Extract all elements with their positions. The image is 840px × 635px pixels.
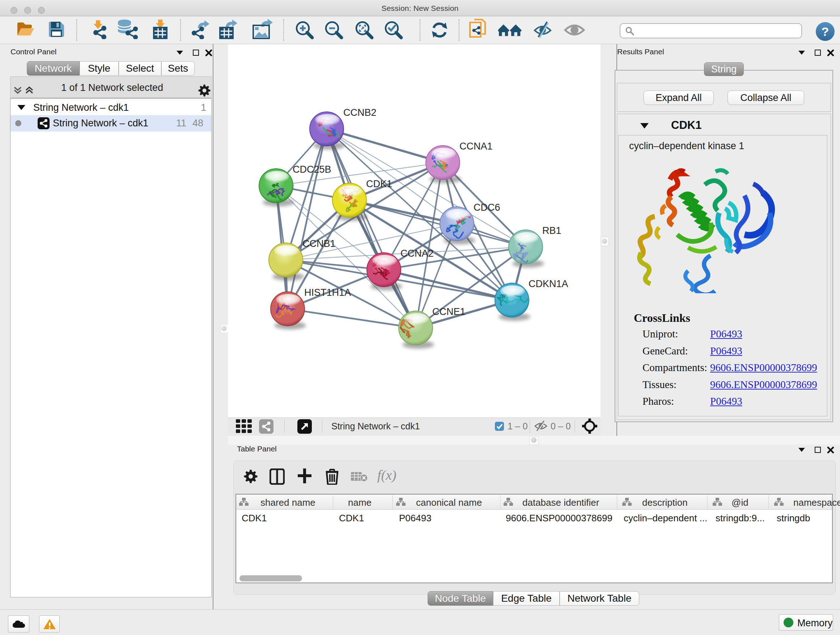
svg-text:HIST1H1A: HIST1H1A — [304, 287, 351, 298]
svg-text:CDC25B: CDC25B — [293, 164, 332, 175]
svg-text:CCNE1: CCNE1 — [432, 306, 466, 317]
svg-text:CCNA2: CCNA2 — [401, 248, 434, 259]
svg-text:CCNA1: CCNA1 — [459, 141, 493, 152]
svg-text:CDK1: CDK1 — [366, 179, 392, 189]
svg-text:CCNB2: CCNB2 — [343, 107, 377, 118]
svg-text:CDC6: CDC6 — [474, 202, 500, 213]
svg-text:RB1: RB1 — [542, 225, 561, 236]
svg-text:CDKN1A: CDKN1A — [529, 279, 568, 289]
svg-text:CCNB1: CCNB1 — [302, 238, 336, 249]
